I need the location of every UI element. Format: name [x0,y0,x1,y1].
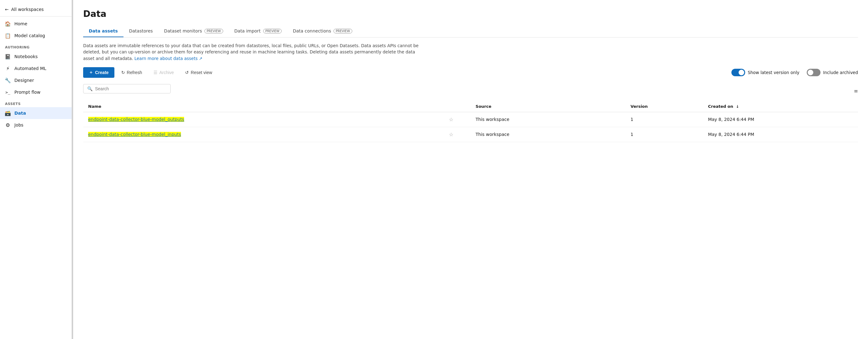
row-1-star-cell: ☆ [432,112,471,127]
sidebar-divider-top [0,16,71,17]
sidebar-label-automated-ml: Automated ML [14,66,46,71]
tab-data-assets-label: Data assets [89,28,118,33]
sidebar-item-home[interactable]: 🏠 Home [0,18,71,30]
row-1-version-cell: 1 [625,112,703,127]
sidebar: ← All workspaces 🏠 Home 📋 Model catalog … [0,0,72,339]
show-latest-toggle[interactable] [732,69,745,76]
row-1-source-cell: This workspace [471,112,626,127]
sidebar-label-model-catalog: Model catalog [14,33,45,38]
row-1-created: May 8, 2024 6:44 PM [708,117,754,122]
tab-datastores-label: Datastores [129,28,153,33]
authoring-section-label: Authoring [0,41,71,51]
filter-button[interactable]: ≡ [854,88,858,94]
data-table: Name Source Version Created on ↓ [83,101,858,142]
sidebar-label-designer: Designer [14,78,34,83]
toolbar: ＋ Create ↻ Refresh ☰ Archive ↺ Reset vie… [83,67,858,78]
tab-dataset-monitors[interactable]: Dataset monitors PREVIEW [158,25,229,37]
reset-view-button[interactable]: ↺ Reset view [181,67,216,78]
row-1-name-cell: endpoint-data-collector-blue-model_outpu… [83,112,432,127]
archive-button[interactable]: ☰ Archive [149,67,179,78]
table-row: endpoint-data-collector-blue-model_outpu… [83,112,858,127]
table-body: endpoint-data-collector-blue-model_outpu… [83,112,858,142]
row-2-star-cell: ☆ [432,127,471,142]
archive-label: Archive [159,70,174,75]
row-2-name-link[interactable]: endpoint-data-collector-blue-model_input… [88,132,181,137]
row-1-name-link[interactable]: endpoint-data-collector-blue-model_outpu… [88,117,184,122]
sidebar-label-home: Home [14,21,27,26]
create-label: Create [95,70,109,75]
tab-data-connections[interactable]: Data connections PREVIEW [287,25,358,37]
row-1-version: 1 [630,117,633,122]
search-input[interactable] [95,86,166,91]
row-2-version: 1 [630,132,633,137]
row-2-version-cell: 1 [625,127,703,142]
tab-data-connections-badge: PREVIEW [334,29,352,33]
assets-section-label: Assets [0,98,71,107]
table-row: endpoint-data-collector-blue-model_input… [83,127,858,142]
tab-dataset-monitors-label: Dataset monitors [164,28,202,33]
search-bar[interactable]: 🔍 [83,84,170,93]
table-header: Name Source Version Created on ↓ [83,101,858,112]
sidebar-item-notebooks[interactable]: 📓 Notebooks [0,51,71,62]
refresh-icon: ↻ [121,70,125,75]
sidebar-label-jobs: Jobs [14,122,24,127]
back-arrow-icon: ← [5,7,9,12]
include-archived-toggle[interactable] [807,69,820,76]
row-2-star-icon[interactable]: ☆ [449,131,453,137]
refresh-label: Refresh [127,70,142,75]
prompt-flow-icon: >_ [5,89,11,95]
col-header-name: Name [83,101,432,112]
col-header-source: Source [471,101,626,112]
row-2-source: This workspace [476,132,509,137]
tab-data-import-label: Data import [235,28,261,33]
create-button[interactable]: ＋ Create [83,67,115,78]
back-to-workspaces[interactable]: ← All workspaces [0,4,71,15]
page-description: Data assets are immutable references to … [83,42,427,62]
sidebar-item-automated-ml[interactable]: ⚡ Automated ML [0,62,71,74]
refresh-button[interactable]: ↻ Refresh [117,67,147,78]
search-icon: 🔍 [87,86,93,91]
search-row: 🔍 ≡ [83,84,858,98]
learn-more-link[interactable]: Learn more about data assets ↗ [134,56,203,61]
sidebar-label-notebooks: Notebooks [14,54,38,59]
data-icon: 🗃️ [5,110,11,116]
page-title: Data [83,9,858,19]
description-text: Data assets are immutable references to … [83,43,418,61]
reset-view-icon: ↺ [185,70,189,75]
jobs-icon: ⚙️ [5,122,11,128]
create-plus-icon: ＋ [89,70,93,75]
tab-data-assets[interactable]: Data assets [83,25,123,37]
tab-bar: Data assets Datastores Dataset monitors … [83,25,858,37]
tab-data-connections-label: Data connections [293,28,331,33]
automated-ml-icon: ⚡ [5,66,11,71]
main-panel: Data Data assets Datastores Dataset moni… [73,0,868,339]
main-content-area: Data Data assets Datastores Dataset moni… [73,0,868,339]
row-2-name-cell: endpoint-data-collector-blue-model_input… [83,127,432,142]
show-latest-toggle-group: Show latest version only [732,69,799,76]
sort-arrow-created: ↓ [736,104,739,109]
notebooks-icon: 📓 [5,54,11,59]
sidebar-label-prompt-flow: Prompt flow [14,90,41,95]
designer-icon: 🔧 [5,78,11,83]
sidebar-item-prompt-flow[interactable]: >_ Prompt flow [0,86,71,98]
row-2-created-cell: May 8, 2024 6:44 PM [703,127,858,142]
tab-data-import-badge: PREVIEW [263,29,282,33]
reset-view-label: Reset view [191,70,212,75]
row-1-star-icon[interactable]: ☆ [449,117,453,122]
sidebar-item-model-catalog[interactable]: 📋 Model catalog [0,30,71,41]
show-latest-label: Show latest version only [748,70,799,75]
sidebar-item-designer[interactable]: 🔧 Designer [0,74,71,86]
model-catalog-icon: 📋 [5,33,11,38]
home-icon: 🏠 [5,21,11,27]
tab-data-import[interactable]: Data import PREVIEW [229,25,287,37]
tab-datastores[interactable]: Datastores [123,25,158,37]
sidebar-item-jobs[interactable]: ⚙️ Jobs [0,119,71,131]
col-header-created-on[interactable]: Created on ↓ [703,101,858,112]
col-header-star [432,101,471,112]
tab-dataset-monitors-badge: PREVIEW [205,29,223,33]
archive-icon: ☰ [153,70,158,75]
back-label: All workspaces [11,7,44,12]
row-1-source: This workspace [476,117,509,122]
sidebar-item-data[interactable]: 🗃️ Data [0,107,71,119]
include-archived-label: Include archived [823,70,858,75]
